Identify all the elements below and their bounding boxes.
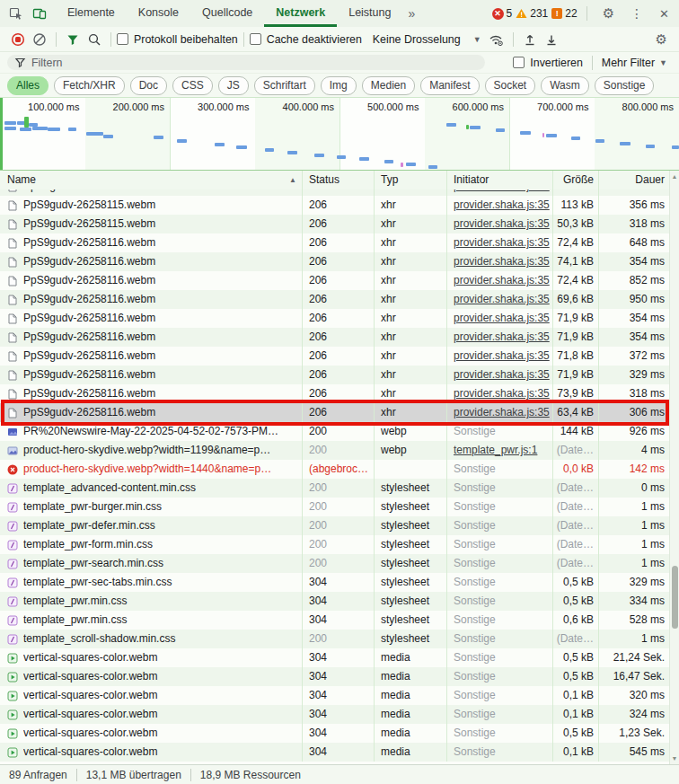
table-row[interactable]: template_pwr.min.css304stylesheetSonstig… bbox=[0, 611, 669, 630]
table-row[interactable]: PpS9gudv-26258116.webm206xhrprovider.sha… bbox=[0, 290, 669, 309]
table-row[interactable]: vertical-squares-color.webm304mediaSonst… bbox=[0, 686, 669, 705]
search-icon[interactable] bbox=[85, 31, 103, 48]
filter-chip[interactable]: CSS bbox=[172, 76, 213, 95]
table-row-selected[interactable]: PpS9gudv-26258116.webm206xhrprovider.sha… bbox=[0, 403, 669, 422]
initiator-link[interactable]: provider.shaka.js:35 bbox=[454, 198, 550, 211]
column-header-name[interactable]: Name ▲ bbox=[0, 171, 302, 189]
network-overview-timeline[interactable]: 100.000 ms200.000 ms300.000 ms400.000 ms… bbox=[0, 97, 679, 171]
initiator-link[interactable]: template_pwr.js:1 bbox=[454, 444, 537, 456]
table-row[interactable]: vertical-squares-color.webm304mediaSonst… bbox=[0, 705, 669, 724]
filter-chip[interactable]: JS bbox=[218, 76, 249, 95]
filter-input[interactable]: Filtern bbox=[7, 55, 485, 70]
initiator-link[interactable]: provider.shaka.js:35 bbox=[454, 217, 550, 230]
table-row[interactable]: vertical-squares-color.webm304mediaSonst… bbox=[0, 724, 669, 743]
column-header-groesse[interactable]: Größe bbox=[552, 171, 598, 189]
throttling-select[interactable]: Keine Drosselung bbox=[373, 33, 461, 46]
filter-chip[interactable]: Schriftart bbox=[254, 76, 315, 95]
table-row[interactable]: template_pwr-form.min.css200stylesheetSo… bbox=[0, 535, 669, 554]
settings-gear-icon[interactable]: ⚙ bbox=[596, 5, 621, 22]
table-row[interactable]: vertical-squares-color.webm304mediaSonst… bbox=[0, 648, 669, 667]
initiator-link[interactable]: provider.shaka.js:35 bbox=[454, 274, 550, 286]
initiator-link[interactable]: provider.shaka.js:35 bbox=[454, 293, 550, 305]
table-row[interactable]: template_pwr-defer.min.css200stylesheetS… bbox=[0, 516, 669, 535]
filter-chip[interactable]: Sonstige bbox=[595, 76, 655, 95]
initiator-link[interactable]: provider.shaka.js:35 bbox=[454, 236, 550, 249]
inspect-element-icon[interactable] bbox=[9, 6, 23, 21]
filter-chip[interactable]: Manifest bbox=[420, 76, 479, 95]
table-row[interactable]: PpS9gudv-26258115.webm206xhrprovider.sha… bbox=[0, 215, 669, 233]
table-row[interactable]: product-hero-skydive.webp?width=1440&nam… bbox=[0, 460, 669, 479]
clear-button[interactable] bbox=[31, 31, 48, 48]
initiator-cell: provider.shaka.js:35 bbox=[446, 271, 552, 290]
table-row[interactable]: PpS9gudv-26258116.webm206xhrprovider.sha… bbox=[0, 347, 669, 366]
table-row[interactable]: vertical-squares-color.webm304mediaSonst… bbox=[0, 667, 669, 686]
preserve-log-checkbox[interactable] bbox=[117, 33, 128, 45]
table-row[interactable]: PpS9gudv-26258116.webm206xhrprovider.sha… bbox=[0, 252, 669, 271]
record-button[interactable] bbox=[9, 31, 27, 48]
initiator-link[interactable]: provider.shaka.js:35 bbox=[454, 330, 550, 343]
table-row[interactable]: template_pwr-search.min.css200stylesheet… bbox=[0, 554, 669, 573]
filter-chip[interactable]: Img bbox=[321, 76, 357, 95]
more-tabs-icon[interactable]: » bbox=[402, 6, 420, 21]
warning-count-badge[interactable]: 231 bbox=[516, 7, 548, 20]
import-har-icon[interactable] bbox=[521, 31, 539, 48]
more-options-icon[interactable]: ⋮ bbox=[624, 6, 649, 21]
close-icon[interactable]: ✕ bbox=[653, 7, 675, 21]
table-row[interactable]: PpS9gudv-26258115.webm206xhrprovider.sha… bbox=[0, 189, 669, 196]
initiator-link[interactable]: provider.shaka.js:35 bbox=[454, 368, 550, 381]
error-count-badge[interactable]: ✕ 5 bbox=[492, 7, 513, 20]
initiator-link[interactable]: provider.shaka.js:35 bbox=[454, 349, 550, 362]
network-settings-gear-icon[interactable]: ⚙ bbox=[649, 31, 674, 48]
initiator-link[interactable]: provider.shaka.js:35 bbox=[454, 312, 550, 324]
initiator-link[interactable]: provider.shaka.js:35 bbox=[454, 406, 550, 418]
column-header-typ[interactable]: Typ bbox=[374, 171, 446, 189]
tab-netzwerk[interactable]: Netzwerk bbox=[264, 0, 337, 27]
column-header-dauer[interactable]: Dauer bbox=[598, 171, 669, 189]
table-row[interactable]: template_pwr.min.css304stylesheetSonstig… bbox=[0, 592, 669, 611]
invert-checkbox[interactable] bbox=[513, 57, 525, 68]
filter-chip[interactable]: Doc bbox=[130, 76, 167, 95]
filter-toggle-icon[interactable] bbox=[64, 31, 82, 48]
scroll-up-icon[interactable]: ▲ bbox=[670, 173, 679, 180]
filter-chip[interactable]: Wasm bbox=[541, 76, 589, 95]
table-row[interactable]: PpS9gudv-26258116.webm206xhrprovider.sha… bbox=[0, 328, 669, 347]
table-row[interactable]: template_pwr-burger.min.css200stylesheet… bbox=[0, 498, 669, 516]
table-scrollbar[interactable]: ▲ ▼ bbox=[669, 171, 679, 764]
device-toolbar-icon[interactable] bbox=[32, 6, 47, 21]
table-row[interactable]: PpS9gudv-26258116.webm206xhrprovider.sha… bbox=[0, 233, 669, 252]
initiator-link[interactable]: provider.shaka.js:35 bbox=[454, 255, 550, 268]
table-row[interactable]: PpS9gudv-26258116.webm206xhrprovider.sha… bbox=[0, 384, 669, 403]
tab-quellcode[interactable]: Quellcode bbox=[190, 0, 264, 27]
scroll-down-icon[interactable]: ▼ bbox=[670, 755, 679, 762]
export-har-icon[interactable] bbox=[542, 31, 560, 48]
tab-konsole[interactable]: Konsole bbox=[127, 0, 190, 27]
table-row[interactable]: PpS9gudv-26258115.webm206xhrprovider.sha… bbox=[0, 196, 669, 215]
initiator-link[interactable]: provider.shaka.js:35 bbox=[454, 189, 550, 192]
scrollbar-thumb[interactable] bbox=[672, 566, 678, 629]
table-row[interactable]: PR%20Newswire-May-22-2025-04-52-02-7573-… bbox=[0, 422, 669, 441]
more-filters-button[interactable]: Mehr Filter bbox=[602, 57, 655, 69]
throttling-caret-icon[interactable]: ▼ bbox=[473, 35, 481, 44]
column-header-initiator[interactable]: Initiator bbox=[446, 171, 552, 189]
table-row[interactable]: PpS9gudv-26258116.webm206xhrprovider.sha… bbox=[0, 271, 669, 290]
tab-elemente[interactable]: Elemente bbox=[56, 0, 127, 27]
filter-chip[interactable]: Alles bbox=[7, 76, 48, 95]
type-cell: media bbox=[374, 667, 446, 686]
filter-chip[interactable]: Socket bbox=[485, 76, 536, 95]
table-row[interactable]: template_pwr-sec-tabs.min.css304styleshe… bbox=[0, 573, 669, 592]
network-conditions-icon[interactable] bbox=[488, 31, 506, 48]
table-row[interactable]: template_scroll-shadow.min.css200stylesh… bbox=[0, 630, 669, 648]
table-row[interactable]: product-hero-skydive.webp?width=1199&nam… bbox=[0, 441, 669, 460]
initiator-cell: Sonstige bbox=[446, 592, 552, 611]
tab-leistung[interactable]: Leistung bbox=[337, 0, 402, 27]
table-row[interactable]: PpS9gudv-26258116.webm206xhrprovider.sha… bbox=[0, 366, 669, 384]
table-row[interactable]: template_advanced-content.min.css200styl… bbox=[0, 479, 669, 498]
table-row[interactable]: PpS9gudv-26258116.webm206xhrprovider.sha… bbox=[0, 309, 669, 328]
initiator-link[interactable]: provider.shaka.js:35 bbox=[454, 387, 550, 400]
table-row[interactable]: vertical-squares-color.webm304mediaSonst… bbox=[0, 743, 669, 762]
filter-chip[interactable]: Medien bbox=[362, 76, 415, 95]
disable-cache-checkbox[interactable] bbox=[250, 33, 261, 45]
filter-chip[interactable]: Fetch/XHR bbox=[54, 76, 125, 95]
column-header-status[interactable]: Status bbox=[302, 171, 374, 189]
issues-count-badge[interactable]: ! 22 bbox=[551, 7, 577, 20]
